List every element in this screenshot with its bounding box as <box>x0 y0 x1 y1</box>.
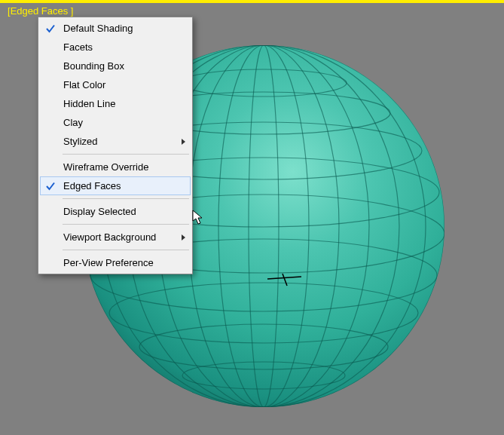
menu-item-edged-faces[interactable]: Edged Faces <box>40 176 191 195</box>
menu-item-stylized[interactable]: Stylized <box>40 132 191 151</box>
menu-label: Wireframe Override <box>60 161 176 173</box>
menu-label: Bounding Box <box>60 60 176 72</box>
viewport-shading-label[interactable]: [Edged Faces ] <box>8 5 73 17</box>
svg-point-0 <box>249 45 279 407</box>
svg-point-15 <box>182 362 345 389</box>
submenu-arrow-icon <box>182 139 185 145</box>
menu-label: Facets <box>60 41 176 53</box>
menu-separator <box>63 154 189 155</box>
menu-label: Edged Faces <box>60 180 176 191</box>
check-icon <box>41 181 60 191</box>
svg-point-13 <box>109 283 418 343</box>
transform-gizmo[interactable] <box>260 268 313 290</box>
svg-point-14 <box>139 324 388 369</box>
menu-label: Stylized <box>60 136 176 147</box>
menu-item-viewport-background[interactable]: Viewport Background <box>40 228 191 247</box>
menu-separator <box>63 224 189 225</box>
shading-context-menu: Default Shading Facets Bounding Box Flat… <box>38 17 193 274</box>
menu-item-per-view-preference[interactable]: Per-View Preference <box>40 253 191 272</box>
menu-label: Default Shading <box>60 23 176 34</box>
menu-item-facets[interactable]: Facets <box>40 38 191 57</box>
menu-item-display-selected[interactable]: Display Selected <box>40 202 191 221</box>
submenu-arrow-icon <box>182 234 185 240</box>
menu-label: Viewport Background <box>60 231 176 243</box>
menu-separator <box>63 198 189 199</box>
svg-point-2 <box>188 45 339 407</box>
check-icon <box>41 23 60 34</box>
viewport-mode-text: Edged Faces <box>11 5 69 17</box>
svg-line-17 <box>283 274 287 286</box>
menu-item-bounding-box[interactable]: Bounding Box <box>40 57 191 75</box>
menu-item-clay[interactable]: Clay <box>40 113 191 132</box>
title-bar-highlight <box>0 0 504 3</box>
menu-item-wireframe-override[interactable]: Wireframe Override <box>40 158 191 176</box>
menu-item-flat-color[interactable]: Flat Color <box>40 75 191 94</box>
menu-separator <box>63 250 189 250</box>
menu-item-hidden-line[interactable]: Hidden Line <box>40 94 191 113</box>
bracket-close: ] <box>68 5 73 17</box>
menu-item-default-shading[interactable]: Default Shading <box>40 19 191 38</box>
menu-label: Per-View Preference <box>60 257 176 268</box>
menu-label: Clay <box>60 117 176 128</box>
menu-label: Flat Color <box>60 79 176 90</box>
menu-label: Display Selected <box>60 206 176 217</box>
menu-label: Hidden Line <box>60 98 176 109</box>
